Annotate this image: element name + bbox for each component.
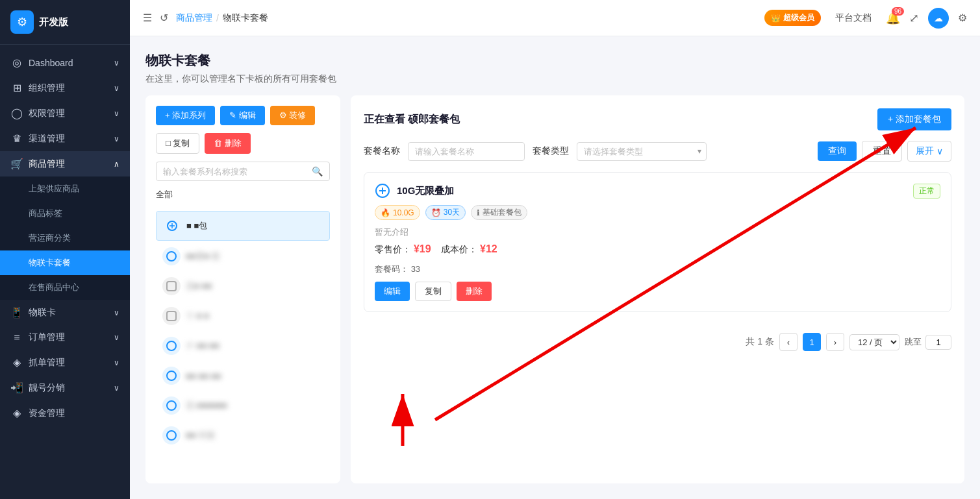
sidebar-label-dashboard: Dashboard: [29, 58, 73, 68]
expand-button[interactable]: 展开 ∨: [907, 141, 951, 162]
sidebar-item-permission[interactable]: ◯ 权限管理 ∨: [0, 101, 130, 126]
series-search-input[interactable]: [163, 167, 308, 176]
breadcrumb-product[interactable]: 商品管理: [176, 12, 212, 24]
delete-package-button[interactable]: 删除: [457, 282, 492, 301]
menu-toggle-icon[interactable]: ☰: [143, 12, 152, 24]
package-card: 10G无限叠加 正常 🔥 10.0G ⏰ 30天: [364, 172, 951, 312]
delete-series-button[interactable]: 🗑 删除: [205, 133, 251, 154]
svg-rect-2: [167, 282, 176, 291]
refresh-icon[interactable]: ↺: [160, 12, 168, 24]
query-button[interactable]: 查询: [818, 141, 857, 161]
clock-icon: ⏰: [431, 208, 441, 217]
retail-price: ¥19: [414, 243, 431, 254]
package-name-input[interactable]: [408, 142, 525, 161]
code-label: 套餐码：: [375, 264, 408, 274]
package-type-select[interactable]: 请选择套餐类型: [577, 142, 707, 161]
sidebar-label-order: 订单管理: [29, 332, 65, 343]
series-item-6[interactable]: ■■ ■■ ■■: [156, 361, 330, 390]
sidebar-item-order[interactable]: ≡ 订单管理 ∨: [0, 325, 130, 350]
retail-label: 零售价：: [375, 244, 411, 254]
sidebar: ⚙ 开发版 ◎ Dashboard ∨ ⊞ 组织管理 ∨ ◯ 权限管理 ∨ ♛ …: [0, 0, 130, 499]
expand-label: 展开: [916, 145, 934, 157]
series-item-3[interactable]: 流■ ■■: [156, 272, 330, 300]
settings-icon[interactable]: ⚙: [958, 12, 967, 24]
iot-card-icon: 📱: [10, 306, 23, 319]
series-item-1[interactable]: ■ ■包: [156, 211, 330, 241]
add-package-button[interactable]: + 添加套餐包: [877, 108, 951, 130]
notification-bell[interactable]: 🔔 96: [886, 11, 900, 25]
vip-label: 超级会员: [783, 12, 814, 23]
card-price: 零售价： ¥19 成本价： ¥12: [375, 243, 940, 256]
series-item-4[interactable]: ラ ■ ■: [156, 302, 330, 330]
edit-series-button[interactable]: ✎ 编辑: [220, 106, 265, 125]
code-value: 33: [411, 264, 420, 274]
right-panel: 正在查看 硕郎套餐包 + 添加套餐包 套餐名称 套餐类型 请选择套餐类型: [351, 95, 964, 483]
decorate-button[interactable]: ⚙ 装修: [270, 106, 316, 125]
dashboard-icon: ◎: [10, 56, 23, 69]
page-size-select[interactable]: 12 / 页 24 / 页 48 / 页: [849, 334, 899, 350]
docs-button[interactable]: 平台文档: [830, 10, 877, 27]
series-item-2[interactable]: ■■量■ 套: [156, 242, 330, 271]
sidebar-item-dashboard[interactable]: ◎ Dashboard ∨: [0, 50, 130, 75]
chevron-icon: ∨: [114, 358, 119, 367]
tag-data-value: 10.0G: [393, 208, 414, 217]
series-name-3: 流■ ■■: [186, 280, 212, 292]
chevron-icon: ∨: [114, 58, 119, 67]
sidebar-item-iot-package[interactable]: 物联卡套餐: [0, 250, 130, 275]
series-toolbar: + 添加系列 ✎ 编辑 ⚙ 装修: [156, 106, 330, 125]
pagination-next[interactable]: ›: [826, 333, 844, 351]
viewing-title: 正在查看 硕郎套餐包: [364, 113, 460, 127]
package-name-label: 套餐名称: [364, 145, 400, 157]
user-avatar[interactable]: ☁: [928, 8, 949, 29]
series-item-5[interactable]: チ ■■ ■■: [156, 332, 330, 360]
series-name-4: ラ ■ ■: [186, 310, 209, 322]
edit-package-button[interactable]: 编辑: [375, 282, 410, 301]
pagination-prev[interactable]: ‹: [779, 333, 798, 351]
sidebar-item-fund[interactable]: ◈ 资金管理: [0, 400, 130, 426]
sidebar-item-org[interactable]: ⊞ 组织管理 ∨: [0, 75, 130, 101]
sidebar-item-sale-center[interactable]: 在售商品中心: [0, 275, 130, 300]
expand-chevron-icon: ∨: [936, 146, 943, 156]
expand-icon[interactable]: ⤢: [909, 11, 919, 25]
vip-crown-icon: 👑: [771, 14, 781, 23]
avatar-icon: ☁: [934, 13, 943, 23]
chevron-icon: ∨: [114, 333, 119, 342]
pagination: 共 1 条 ‹ 1 › 12 / 页 24 / 页 48 / 页 跳至: [364, 333, 951, 351]
series-icon-4: [162, 307, 181, 325]
page-header: 物联卡套餐 在这里，你可以管理名下卡板的所有可用套餐包: [145, 52, 964, 85]
category-label: 营运商分类: [29, 232, 71, 244]
series-icon-6: [162, 367, 181, 385]
breadcrumb-separator: /: [216, 13, 219, 23]
add-series-button[interactable]: + 添加系列: [156, 106, 215, 125]
sidebar-label-number-sale: 靓号分销: [29, 382, 65, 394]
sidebar-item-number-sale[interactable]: 📲 靓号分销 ∨: [0, 375, 130, 400]
series-item-8[interactable]: ■■ 对接: [156, 421, 330, 450]
notification-count: 96: [892, 7, 904, 16]
sidebar-item-capture[interactable]: ◈ 抓单管理 ∨: [0, 350, 130, 375]
sidebar-item-channel[interactable]: ♛ 渠道管理 ∨: [0, 126, 130, 151]
cost-price: ¥12: [480, 243, 497, 254]
sidebar-label-channel: 渠道管理: [29, 133, 65, 145]
pagination-page-1[interactable]: 1: [803, 333, 821, 351]
vip-badge[interactable]: 👑 超级会员: [764, 10, 821, 26]
series-item-7[interactable]: 流 ■■■■■■: [156, 391, 330, 420]
chevron-icon: ∨: [114, 308, 119, 317]
series-name-1: ■ ■包: [186, 220, 207, 232]
sidebar-label-permission: 权限管理: [29, 108, 65, 119]
reset-button[interactable]: 重置: [862, 141, 902, 162]
series-icon-1: [163, 217, 181, 235]
breadcrumb-current: 物联卡套餐: [223, 12, 268, 24]
fund-icon: ◈: [10, 407, 23, 419]
sidebar-item-category[interactable]: 营运商分类: [0, 226, 130, 250]
sidebar-item-iot-card[interactable]: 📱 物联卡 ∨: [0, 300, 130, 325]
jump-input[interactable]: [925, 335, 951, 350]
sidebar-item-product-tag[interactable]: 商品标签: [0, 201, 130, 226]
copy-series-button[interactable]: □ 复制: [156, 133, 199, 154]
topbar-left: ☰ ↺ 商品管理 / 物联卡套餐: [143, 12, 757, 24]
all-label: 全部: [156, 189, 330, 201]
package-type-select-wrapper: 请选择套餐类型: [577, 142, 707, 161]
sidebar-item-product[interactable]: 🛒 商品管理 ∧: [0, 151, 130, 176]
copy-package-button[interactable]: 复制: [415, 282, 451, 301]
sidebar-item-shelf-product[interactable]: 上架供应商品: [0, 176, 130, 201]
jump-to: 跳至: [905, 335, 951, 350]
